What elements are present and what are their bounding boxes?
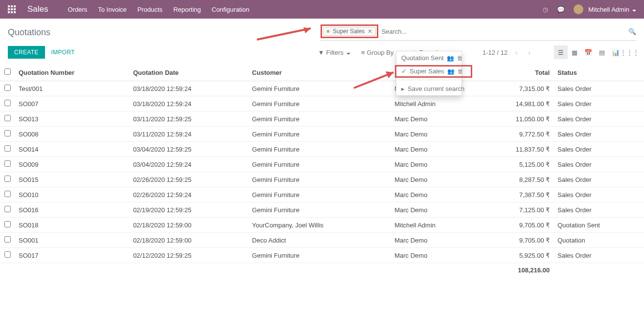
cell-status: Sales Order [553,142,644,157]
cell-customer: Gemini Furniture [248,157,391,172]
user-menu[interactable]: Mitchell Admin [574,4,636,14]
cell-date: 02/12/2020 12:59:25 [129,248,248,263]
table-row[interactable]: SO01502/26/2020 12:59:25Gemini Furniture… [0,172,644,187]
cell-status: Sales Order [553,127,644,142]
table-row[interactable]: SO01802/18/2020 12:59:00YourCompany, Joe… [0,218,644,233]
row-checkbox[interactable] [4,100,11,106]
row-checkbox[interactable] [4,251,11,258]
row-checkbox[interactable] [4,145,11,152]
cell-salesperson: Marc Demo [391,142,478,157]
pager-prev[interactable]: ‹ [512,47,520,58]
table-row[interactable]: SO00703/18/2020 12:59:24Gemini Furniture… [0,96,644,111]
user-name: Mitchell Admin [588,6,629,13]
row-checkbox[interactable] [4,130,11,136]
col-status[interactable]: Status [553,64,644,81]
favorite-item-super-sales[interactable]: ✓ Super Sales 👥 🗑 [396,65,461,78]
row-checkbox[interactable] [4,115,11,121]
breadcrumb: Quotations [8,27,50,38]
view-list[interactable]: ☰ [554,45,568,59]
table-row[interactable]: Test/00103/18/2020 12:59:24Gemini Furnit… [0,81,644,96]
cell-number: SO008 [15,127,129,142]
table-row[interactable]: SO00803/11/2020 12:59:24Gemini Furniture… [0,127,644,142]
search-input[interactable] [381,28,622,35]
clock-icon[interactable]: ◷ [543,6,548,13]
cell-date: 03/04/2020 12:59:25 [129,142,248,157]
chevron-down-icon [631,6,636,13]
chat-icon[interactable]: 💬 [557,6,565,13]
create-button[interactable]: CREATE [8,46,45,59]
users-icon: 👥 [447,68,455,75]
col-number[interactable]: Quotation Number [15,64,129,81]
trash-icon[interactable]: 🗑 [457,55,463,62]
row-checkbox[interactable] [4,176,11,182]
search-icon[interactable]: 🔍 [628,28,636,35]
table-wrap: Quotation Number Quotation Date Customer… [0,64,644,277]
cell-status: Sales Order [553,157,644,172]
col-date[interactable]: Quotation Date [129,64,248,81]
groupby-dropdown[interactable]: ≡ Group By [361,49,401,56]
annotation-highlight-facet: ★ Super Sales ✕ [321,24,378,38]
select-all-checkbox[interactable] [4,68,11,75]
view-activity[interactable]: ⋮⋮⋮ [622,45,636,59]
fav-item-label: Quotation Sent [401,54,444,62]
table-row[interactable]: SO01002/26/2020 12:59:24Gemini Furniture… [0,187,644,202]
pager-next[interactable]: › [526,47,533,58]
view-pivot[interactable]: ▤ [595,45,609,59]
cell-date: 03/11/2020 12:59:24 [129,127,248,142]
apps-icon[interactable] [8,5,16,13]
brand[interactable]: Sales [27,4,48,14]
cell-status: Sales Order [553,111,644,127]
view-calendar[interactable]: 📅 [581,45,595,59]
cell-customer: Gemini Furniture [248,111,391,127]
view-switch: ☰ ▦ 📅 ▤ 📊 ⋮⋮⋮ [554,45,636,59]
col-total[interactable]: Total [479,64,554,81]
row-checkbox[interactable] [4,221,11,227]
list-icon: ≡ [361,49,365,56]
cell-salesperson: Marc Demo [391,233,478,248]
cell-salesperson: Marc Demo [391,157,478,172]
nav-products[interactable]: Products [138,6,162,13]
cell-status: Sales Order [553,202,644,218]
cell-date: 02/18/2020 12:59:00 [129,233,248,248]
chevron-down-icon [345,49,350,56]
separator [396,80,461,80]
topbar: Sales Orders To Invoice Products Reporti… [0,0,644,19]
row-checkbox[interactable] [4,191,11,197]
col-customer[interactable]: Customer [248,64,391,81]
cell-date: 03/11/2020 12:59:25 [129,111,248,127]
star-icon: ★ [325,28,331,35]
cell-total: 5,925.00 ₹ [479,248,554,263]
save-current-search[interactable]: ▸ Save current search [396,82,461,95]
close-icon[interactable]: ✕ [367,28,373,35]
cell-customer: Gemini Furniture [248,202,391,218]
import-button[interactable]: IMPORT [45,46,81,59]
cell-number: SO015 [15,172,129,187]
cell-status: Sales Order [553,172,644,187]
filters-dropdown[interactable]: ▼ Filters [318,49,350,56]
cell-customer: Gemini Furniture [248,127,391,142]
nav-reporting[interactable]: Reporting [173,6,201,13]
trash-icon[interactable]: 🗑 [458,68,463,75]
nav-config[interactable]: Configuration [212,6,250,13]
view-kanban[interactable]: ▦ [568,45,581,59]
cell-total: 9,772.50 ₹ [479,127,554,142]
favorite-item-quotation-sent[interactable]: Quotation Sent 👥 🗑 [396,51,461,65]
table-row[interactable]: SO01702/12/2020 12:59:25Gemini Furniture… [0,248,644,263]
nav-orders[interactable]: Orders [68,6,88,13]
row-checkbox[interactable] [4,206,11,212]
toolbar-row: CREATE IMPORT ▼ Filters ≡ Group By ★ Fav… [0,41,644,64]
table-row[interactable]: SO01303/11/2020 12:59:25Gemini Furniture… [0,111,644,127]
row-checkbox[interactable] [4,85,11,91]
search-wrap: ★ Super Sales ✕ 🔍 [321,24,636,41]
row-checkbox[interactable] [4,236,11,243]
cell-number: SO001 [15,233,129,248]
cell-status: Sales Order [553,81,644,96]
table-row[interactable]: SO00102/18/2020 12:59:00Deco AddictMarc … [0,233,644,248]
row-checkbox[interactable] [4,160,11,167]
cell-salesperson: Marc Demo [391,172,478,187]
nav-invoice[interactable]: To Invoice [98,6,127,13]
table-row[interactable]: SO01403/04/2020 12:59:25Gemini Furniture… [0,142,644,157]
table-row[interactable]: SO01602/19/2020 12:59:25Gemini Furniture… [0,202,644,218]
search-facet[interactable]: ★ Super Sales ✕ [323,27,376,36]
table-row[interactable]: SO00903/04/2020 12:59:24Gemini Furniture… [0,157,644,172]
